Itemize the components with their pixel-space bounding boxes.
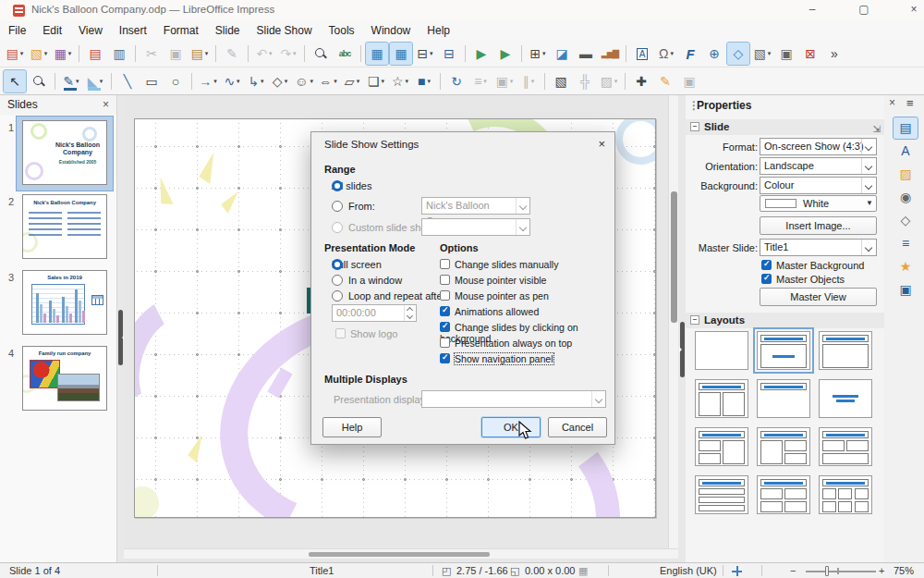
horizontal-scrollbar[interactable] xyxy=(124,548,678,559)
format-select[interactable]: On-screen Show (4:3) xyxy=(760,138,877,155)
basic-shapes-button[interactable]: ◇▾ xyxy=(269,70,291,92)
slide-thumbnail-2[interactable]: 2 Nick's Balloon Company xyxy=(0,194,117,266)
slide-thumbnail-3[interactable]: 3 Sales in 2019 xyxy=(0,270,117,342)
dropdown-arrow-icon[interactable]: ▾ xyxy=(542,50,546,57)
dialog-close-icon[interactable]: × xyxy=(598,137,605,151)
checkbox-icon[interactable] xyxy=(440,306,450,316)
arrange-button[interactable]: ▣▾ xyxy=(493,70,516,92)
stars-button[interactable]: ☆▾ xyxy=(389,70,411,92)
crop-button[interactable]: ╬ xyxy=(574,70,596,92)
delete-slide-button[interactable]: ⊠ xyxy=(799,43,821,65)
master-slide-select[interactable]: Title1 xyxy=(760,239,877,256)
chevron-down-icon[interactable] xyxy=(861,139,876,154)
menu-slide[interactable]: Slide xyxy=(207,20,249,41)
copy-button[interactable]: ▣ xyxy=(164,43,187,65)
dropdown-arrow-icon[interactable]: ▾ xyxy=(213,78,217,85)
dropdown-arrow-icon[interactable]: ▾ xyxy=(531,78,535,85)
background-color-picker[interactable]: White ▼ xyxy=(760,195,877,212)
checkbox-mouse-pointer-visible[interactable]: Mouse pointer visible xyxy=(440,275,547,286)
window-close-button[interactable]: × xyxy=(898,0,924,20)
slide-1-preview[interactable]: Nick's Balloon Company Established 2005 xyxy=(22,120,107,185)
shadow-button[interactable]: ▧ xyxy=(550,70,572,92)
points-button[interactable]: ✚ xyxy=(630,70,652,92)
zoom-button[interactable] xyxy=(28,70,50,92)
menu-help[interactable]: Help xyxy=(419,20,458,41)
horizontal-scrollbar-thumb[interactable] xyxy=(309,552,490,557)
layout-two-top-one-bottom[interactable] xyxy=(819,427,872,466)
symbol-shapes-button[interactable]: ☺▾ xyxy=(293,70,315,92)
dropdown-arrow-icon[interactable]: ▾ xyxy=(237,78,240,85)
special-character-button[interactable]: Ω▾ xyxy=(655,43,677,65)
layout-two-content-left-one-right[interactable] xyxy=(695,427,748,466)
radio-icon[interactable] xyxy=(332,290,343,301)
slide-2-preview[interactable]: Nick's Balloon Company xyxy=(22,194,107,259)
dropdown-arrow-icon[interactable]: ▾ xyxy=(430,50,433,57)
master-view-button[interactable]: Master View xyxy=(760,288,877,306)
radio-loop-and-repeat[interactable]: Loop and repeat after: xyxy=(332,290,448,301)
dropdown-arrow-icon[interactable]: ▾ xyxy=(768,50,772,57)
paste-button[interactable]: ▤▾ xyxy=(188,43,211,65)
draw-functions-button[interactable]: ◇ xyxy=(727,43,749,65)
new-slide-button[interactable]: ▧▾ xyxy=(751,43,773,65)
spelling-button[interactable]: abc xyxy=(334,43,356,65)
tab-properties[interactable]: ▤ xyxy=(894,117,918,139)
chevron-down-icon[interactable] xyxy=(861,178,876,193)
layout-four-content[interactable] xyxy=(757,475,810,514)
tab-outline[interactable]: ≡ xyxy=(894,233,918,254)
extrusion-button[interactable]: ▣ xyxy=(678,70,700,92)
panel-splitter[interactable] xyxy=(679,95,686,562)
layout-title-only-content[interactable] xyxy=(819,331,872,370)
layout-two-content[interactable] xyxy=(695,379,748,418)
layout-centered-text[interactable] xyxy=(819,379,872,418)
layouts-section-header[interactable]: − Layouts xyxy=(686,313,884,328)
slide-3-preview[interactable]: Sales in 2019 xyxy=(22,270,107,335)
tab-shapes[interactable]: ◇ xyxy=(894,210,918,231)
splitter-grip[interactable] xyxy=(680,322,685,377)
menu-file[interactable]: File xyxy=(0,20,34,41)
curve-button[interactable]: ∿▾ xyxy=(221,70,243,92)
line-color-button[interactable]: ✎▾ xyxy=(60,70,82,92)
dropdown-arrow-icon[interactable]: ▾ xyxy=(44,50,48,57)
display-grid-button[interactable]: ▦ xyxy=(366,43,388,65)
snap-to-grid-button[interactable]: ▦ xyxy=(390,43,412,65)
maximize-button[interactable]: ▢ xyxy=(848,0,880,20)
export-pdf-button[interactable]: ▤ xyxy=(84,43,106,65)
tab-master-slides[interactable]: ▣ xyxy=(894,279,918,301)
layout-six-content[interactable] xyxy=(819,475,872,514)
dropdown-arrow-icon[interactable]: ▾ xyxy=(20,50,24,57)
collapse-icon[interactable]: − xyxy=(690,315,699,325)
dropdown-arrow-icon[interactable]: ▾ xyxy=(357,78,360,85)
lines-arrows-button[interactable]: →▾ xyxy=(197,70,219,92)
checkbox-mouse-pointer-as-pen[interactable]: Mouse pointer as pen xyxy=(440,290,549,301)
menu-tools[interactable]: Tools xyxy=(321,20,363,41)
all-slides-radio[interactable]: All slides xyxy=(332,180,371,191)
dropdown-arrow-icon[interactable]: ▾ xyxy=(269,50,273,57)
checkbox-show-navigation-panel[interactable]: Show navigation panel xyxy=(440,353,553,364)
checkbox-icon[interactable] xyxy=(440,290,450,301)
cut-button[interactable]: ✂ xyxy=(140,43,163,65)
checkbox-icon[interactable] xyxy=(440,259,450,269)
dropdown-arrow-icon[interactable]: ▾ xyxy=(483,78,487,85)
vertical-scrollbar[interactable] xyxy=(668,95,678,548)
callout-button[interactable]: ❏▾ xyxy=(365,70,387,92)
orientation-select[interactable]: Landscape xyxy=(760,157,877,175)
duplicate-slide-button[interactable]: ▣ xyxy=(775,43,797,65)
undo-button[interactable]: ↶▾ xyxy=(253,43,275,65)
slide-thumbnail-1[interactable]: 1 Nick's Balloon Company Established 200… xyxy=(0,120,117,192)
collapse-icon[interactable]: − xyxy=(690,122,699,131)
radio-in-a-window[interactable]: In a window xyxy=(332,275,402,286)
layout-blank[interactable] xyxy=(695,331,748,370)
help-button[interactable]: Help xyxy=(322,417,382,437)
normal-view-button[interactable]: ⊟ xyxy=(438,43,460,65)
checkbox-icon[interactable] xyxy=(761,274,772,284)
minimize-button[interactable]: – xyxy=(796,0,828,20)
layout-title-content[interactable] xyxy=(757,331,810,370)
slide-section-header[interactable]: − Slide ⇲ xyxy=(686,119,884,135)
checkbox-change-slides-manually[interactable]: Change slides manually xyxy=(440,259,558,270)
layout-three-rows[interactable] xyxy=(695,475,748,514)
checkbox-presentation-always-on-top[interactable]: Presentation always on top xyxy=(440,338,572,349)
rotate-button[interactable]: ↻ xyxy=(445,70,468,92)
master-objects-checkbox[interactable]: Master Objects xyxy=(761,274,845,285)
redo-button[interactable]: ↷▾ xyxy=(277,43,299,65)
dropdown-arrow-icon[interactable]: ▾ xyxy=(205,50,209,57)
